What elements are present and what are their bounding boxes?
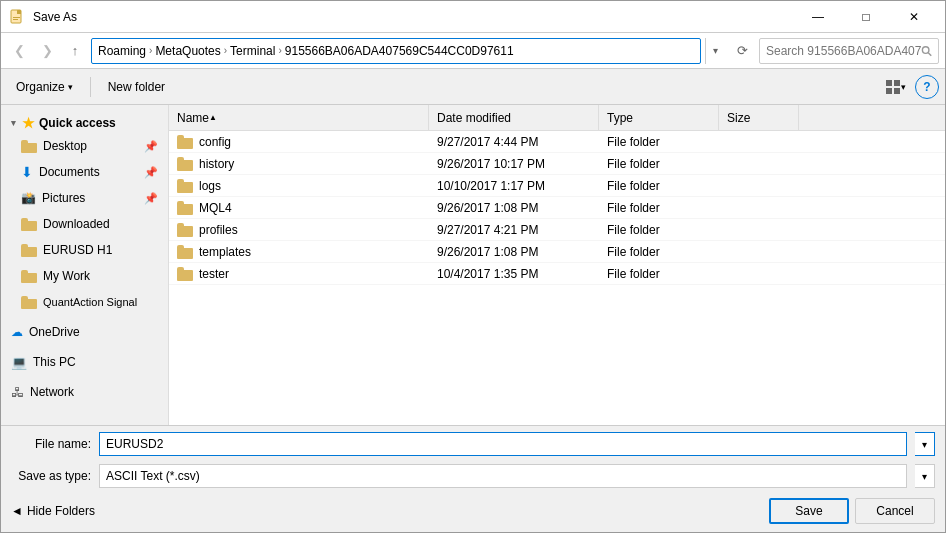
close-button[interactable]: ✕ (891, 1, 937, 33)
table-row[interactable]: MQL4 9/26/2017 1:08 PM File folder (169, 197, 945, 219)
pictures-icon: 📸 (21, 191, 36, 205)
table-row[interactable]: logs 10/10/2017 1:17 PM File folder (169, 175, 945, 197)
main-content: ▾ ★ Quick access Desktop 📌 ⬇ Documents 📌… (1, 105, 945, 425)
file-name-cell: history (199, 157, 234, 171)
quantaction-folder-icon (21, 296, 37, 309)
desktop-pin-icon: 📌 (144, 140, 158, 153)
sidebar-item-network[interactable]: 🖧 Network (1, 379, 168, 405)
save-as-arrow-icon: ▾ (915, 464, 935, 488)
table-row[interactable]: templates 9/26/2017 1:08 PM File folder (169, 241, 945, 263)
search-box[interactable] (759, 38, 939, 64)
folder-icon (177, 245, 193, 259)
folder-icon (177, 157, 193, 171)
up-button[interactable]: ↑ (63, 39, 87, 63)
thispc-label: This PC (33, 355, 76, 369)
forward-button[interactable]: ❯ (35, 39, 59, 63)
file-list-header: Name Date modified Type Size (169, 105, 945, 131)
new-folder-button[interactable]: New folder (99, 74, 174, 100)
refresh-button[interactable]: ⟳ (729, 38, 755, 64)
sidebar-item-documents[interactable]: ⬇ Documents 📌 (1, 159, 168, 185)
action-row: ◄ Hide Folders Save Cancel (1, 494, 945, 532)
organize-button[interactable]: Organize ▾ (7, 74, 82, 100)
file-name-row: File name: ▾ (1, 426, 945, 462)
quick-access-label: Quick access (39, 116, 116, 130)
table-row[interactable]: tester 10/4/2017 1:35 PM File folder (169, 263, 945, 285)
svg-rect-1 (17, 10, 21, 14)
path-metaquotes: MetaQuotes (155, 44, 220, 58)
address-bar: ❮ ❯ ↑ Roaming › MetaQuotes › Terminal › … (1, 33, 945, 69)
eurusd-label: EURUSD H1 (43, 243, 112, 257)
file-name-cell: logs (199, 179, 221, 193)
col-header-type[interactable]: Type (599, 105, 719, 130)
folder-icon (177, 201, 193, 215)
file-date-cell: 9/26/2017 1:08 PM (429, 245, 599, 259)
minimize-button[interactable]: ― (795, 1, 841, 33)
file-type-cell: File folder (599, 245, 719, 259)
file-type-cell: File folder (599, 157, 719, 171)
address-dropdown-button[interactable]: ▾ (705, 38, 725, 64)
thispc-section: 💻 This PC (1, 349, 168, 375)
file-type-cell: File folder (599, 267, 719, 281)
onedrive-icon: ☁ (11, 325, 23, 339)
save-as-select[interactable]: ASCII Text (*.csv) (99, 464, 907, 488)
toolbar: Organize ▾ New folder ▾ ? (1, 69, 945, 105)
sidebar: ▾ ★ Quick access Desktop 📌 ⬇ Documents 📌… (1, 105, 169, 425)
file-name-label: File name: (11, 437, 91, 451)
window-title: Save As (33, 10, 77, 24)
col-header-name[interactable]: Name (169, 105, 429, 130)
sidebar-item-downloaded[interactable]: Downloaded (1, 211, 168, 237)
sidebar-item-thispc[interactable]: 💻 This PC (1, 349, 168, 375)
svg-rect-9 (894, 88, 900, 94)
search-icon (921, 45, 932, 57)
address-path[interactable]: Roaming › MetaQuotes › Terminal › 915566… (91, 38, 701, 64)
network-section: 🖧 Network (1, 379, 168, 405)
view-button[interactable]: ▾ (880, 74, 911, 100)
toolbar-separator (90, 77, 91, 97)
save-button[interactable]: Save (769, 498, 849, 524)
maximize-button[interactable]: □ (843, 1, 889, 33)
dialog-icon (9, 9, 25, 25)
col-header-date[interactable]: Date modified (429, 105, 599, 130)
quick-access-star-icon: ★ (22, 115, 35, 131)
svg-rect-8 (886, 88, 892, 94)
network-icon: 🖧 (11, 385, 24, 400)
file-name-cell: tester (199, 267, 229, 281)
sidebar-item-pictures[interactable]: 📸 Pictures 📌 (1, 185, 168, 211)
file-date-cell: 9/26/2017 1:08 PM (429, 201, 599, 215)
sidebar-item-onedrive[interactable]: ☁ OneDrive (1, 319, 168, 345)
cancel-button[interactable]: Cancel (855, 498, 935, 524)
folder-icon (177, 267, 193, 281)
documents-pin-icon: 📌 (144, 166, 158, 179)
sidebar-item-desktop[interactable]: Desktop 📌 (1, 133, 168, 159)
file-type-cell: File folder (599, 223, 719, 237)
sidebar-item-quantaction[interactable]: QuantAction Signal (1, 289, 168, 315)
folder-icon (177, 135, 193, 149)
title-controls: ― □ ✕ (795, 1, 937, 33)
path-roaming: Roaming (98, 44, 146, 58)
help-button[interactable]: ? (915, 75, 939, 99)
onedrive-section: ☁ OneDrive (1, 319, 168, 345)
table-row[interactable]: config 9/27/2017 4:44 PM File folder (169, 131, 945, 153)
file-name-input[interactable] (99, 432, 907, 456)
sidebar-item-eurusd[interactable]: EURUSD H1 (1, 237, 168, 263)
network-label: Network (30, 385, 74, 399)
expand-icon: ▾ (11, 118, 16, 128)
folder-icon (177, 223, 193, 237)
title-bar-left: Save As (9, 9, 77, 25)
view-dropdown-icon: ▾ (901, 82, 906, 92)
search-input[interactable] (766, 44, 921, 58)
quick-access-header[interactable]: ▾ ★ Quick access (1, 109, 168, 133)
file-name-cell: config (199, 135, 231, 149)
table-row[interactable]: history 9/26/2017 10:17 PM File folder (169, 153, 945, 175)
sidebar-item-mywork[interactable]: My Work (1, 263, 168, 289)
hide-folders-button[interactable]: ◄ Hide Folders (11, 504, 95, 518)
table-row[interactable]: profiles 9/27/2017 4:21 PM File folder (169, 219, 945, 241)
file-type-cell: File folder (599, 179, 719, 193)
file-date-cell: 9/27/2017 4:21 PM (429, 223, 599, 237)
mywork-label: My Work (43, 269, 90, 283)
quantaction-label: QuantAction Signal (43, 296, 137, 308)
col-header-size[interactable]: Size (719, 105, 799, 130)
title-bar: Save As ― □ ✕ (1, 1, 945, 33)
back-button[interactable]: ❮ (7, 39, 31, 63)
file-name-dropdown-button[interactable]: ▾ (915, 432, 935, 456)
